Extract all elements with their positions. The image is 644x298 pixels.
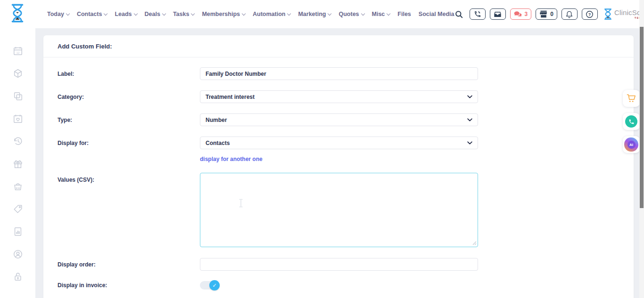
chat-button[interactable]: 3 xyxy=(510,8,532,20)
nav-item-social-media[interactable]: Social Media xyxy=(419,11,454,17)
chevron-down-icon xyxy=(328,11,331,15)
chevron-down-icon xyxy=(361,11,364,15)
category-field-label: Category: xyxy=(58,94,200,100)
cart-icon xyxy=(626,94,636,103)
nav-label: Deals xyxy=(145,11,160,17)
ai-blob-icon: AI xyxy=(624,137,638,152)
nav-label: Files xyxy=(397,11,411,17)
display-order-input[interactable] xyxy=(200,258,478,271)
chevron-down-icon xyxy=(191,11,195,15)
main-content: Add Custom Field: Label: Category: Treat… xyxy=(35,28,639,298)
display-for-select[interactable]: Contacts xyxy=(200,137,478,149)
nav-item-tasks[interactable]: Tasks xyxy=(173,11,195,17)
category-select-value: Treatment interest xyxy=(206,94,255,100)
basket-icon[interactable] xyxy=(13,181,23,192)
search-icon[interactable] xyxy=(454,10,463,19)
nav-item-memberships[interactable]: Memberships xyxy=(202,11,245,17)
add-custom-field-form: Label: Category: Treatment interest Type… xyxy=(43,57,634,298)
store-button[interactable]: 0 xyxy=(536,8,557,20)
nav-item-contacts[interactable]: Contacts xyxy=(77,11,107,17)
display-for-field-label: Display for: xyxy=(58,140,200,146)
chevron-down-icon xyxy=(162,11,166,15)
display-for-select-value: Contacts xyxy=(206,140,230,146)
nav-item-leads[interactable]: Leads xyxy=(115,11,137,17)
report-icon[interactable] xyxy=(13,226,23,237)
form-row-display-order: Display order: xyxy=(58,258,619,271)
main-nav: Today Contacts Leads Deals Tasks Members… xyxy=(47,11,454,17)
form-row-label: Label: xyxy=(58,67,619,80)
svg-text:?: ? xyxy=(588,12,591,16)
values-csv-textarea[interactable] xyxy=(200,173,478,247)
scrollbar-thumb[interactable] xyxy=(640,27,644,208)
left-sidebar: 12 xyxy=(0,28,35,298)
gift-icon[interactable] xyxy=(13,159,23,169)
ai-label: AI xyxy=(627,141,636,149)
calendar-heart-icon[interactable] xyxy=(13,113,23,124)
chat-count-badge: 3 xyxy=(525,11,528,17)
nav-label: Today xyxy=(47,11,64,17)
brand-hourglass-icon xyxy=(604,8,612,20)
nav-label: Memberships xyxy=(202,11,240,17)
help-button[interactable]: ? xyxy=(582,8,598,20)
display-in-invoice-field-label: Display in invoice: xyxy=(58,282,200,289)
display-for-another-one-link[interactable]: display for another one xyxy=(200,156,263,162)
form-row-display-for: Display for: Contacts xyxy=(58,137,619,149)
notifications-button[interactable] xyxy=(561,8,578,20)
chevron-down-icon xyxy=(133,11,137,15)
form-row-display-in-invoice: Display in invoice: ✓ xyxy=(58,281,619,290)
form-row-type: Type: Number xyxy=(58,113,619,126)
chevron-down-icon xyxy=(467,118,472,121)
type-select-value: Number xyxy=(206,117,227,123)
topbar: Today Contacts Leads Deals Tasks Members… xyxy=(0,0,644,28)
display-in-invoice-toggle[interactable]: ✓ xyxy=(200,281,219,290)
text-cursor xyxy=(238,199,244,208)
chevron-down-icon xyxy=(104,11,107,15)
user-circle-icon[interactable] xyxy=(13,249,23,259)
nav-item-today[interactable]: Today xyxy=(47,11,69,17)
floating-cart-button[interactable] xyxy=(623,90,640,107)
nav-label: Automation xyxy=(253,11,285,17)
cart-count-badge: 0 xyxy=(550,11,553,17)
chevron-down-icon xyxy=(467,141,472,145)
nav-item-marketing[interactable]: Marketing xyxy=(298,11,331,17)
scrollbar-track[interactable] xyxy=(639,0,644,298)
inbox-button[interactable] xyxy=(490,8,506,20)
label-input[interactable] xyxy=(200,67,478,80)
lock-icon[interactable] xyxy=(13,272,23,282)
nav-item-quotes[interactable]: Quotes xyxy=(339,11,364,17)
form-row-category: Category: Treatment interest xyxy=(58,90,619,103)
nav-item-deals[interactable]: Deals xyxy=(145,11,165,17)
tag-icon[interactable] xyxy=(13,204,23,214)
chevron-down-icon xyxy=(66,11,70,15)
chevron-down-icon xyxy=(467,95,472,98)
form-row-values-csv: Values (CSV): xyxy=(58,173,619,247)
resize-handle[interactable] xyxy=(472,241,477,245)
category-select[interactable]: Treatment interest xyxy=(200,90,478,103)
nav-item-automation[interactable]: Automation xyxy=(253,11,290,17)
nav-item-files[interactable]: Files xyxy=(397,11,411,17)
brand-logo[interactable]: ClinicSoftware .com TEN STEPS AHEAD xyxy=(604,8,644,20)
app-logo-hourglass-icon[interactable] xyxy=(10,4,25,24)
nav-label: Misc xyxy=(372,11,385,17)
nav-label: Tasks xyxy=(173,11,190,17)
nav-item-misc[interactable]: Misc xyxy=(372,11,390,17)
nav-label: Quotes xyxy=(339,11,359,17)
values-csv-field-label: Values (CSV): xyxy=(58,173,200,183)
nav-label: Social Media xyxy=(419,11,454,17)
chevron-down-icon xyxy=(242,11,246,15)
floating-phone-button[interactable] xyxy=(623,113,640,130)
nav-label: Contacts xyxy=(77,11,102,17)
type-field-label: Type: xyxy=(58,117,200,123)
call-button[interactable] xyxy=(470,8,486,20)
form-row-display-for-link: display for another one xyxy=(58,154,619,163)
calendar-icon[interactable]: 12 xyxy=(13,46,23,56)
nav-label: Leads xyxy=(115,11,132,17)
copy-icon[interactable] xyxy=(13,91,23,101)
type-select[interactable]: Number xyxy=(200,113,478,126)
page-title: Add Custom Field: xyxy=(43,35,634,57)
floating-ai-button[interactable]: AI xyxy=(623,136,640,153)
package-icon[interactable] xyxy=(13,68,23,79)
add-custom-field-card: Add Custom Field: Label: Category: Treat… xyxy=(43,35,634,298)
history-icon[interactable] xyxy=(13,136,23,146)
chevron-down-icon xyxy=(387,11,390,15)
